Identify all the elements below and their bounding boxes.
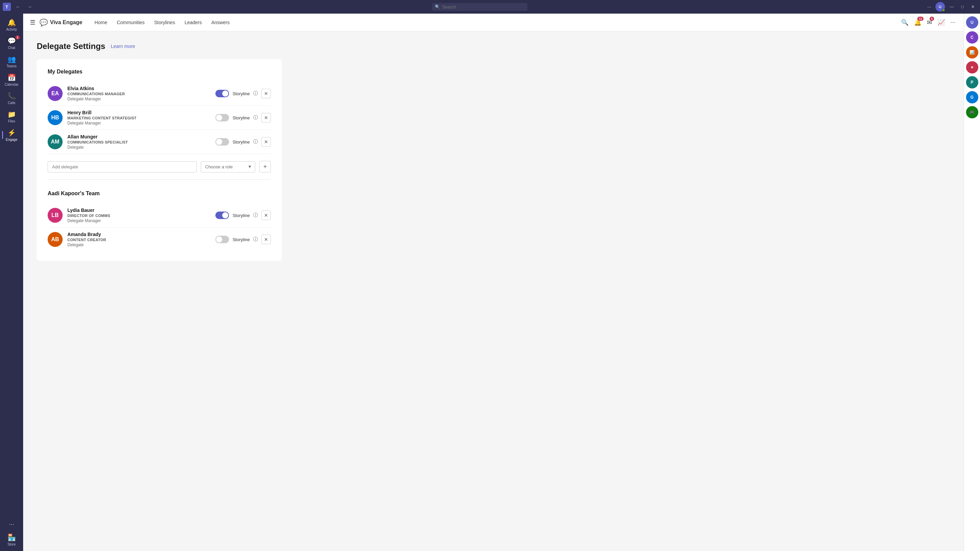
amanda-brady-remove-button[interactable]: ✕	[261, 235, 271, 244]
sidebar-item-chat[interactable]: 💬 Chat 1	[2, 35, 21, 52]
delegate-row: HB Henry Brill MARKETING CONTENT STRATEG…	[48, 106, 271, 130]
lydia-bauer-info: Lydia Bauer DIRECTOR OF COMMS Delegate M…	[67, 208, 215, 223]
lydia-bauer-title: DIRECTOR OF COMMS	[67, 214, 215, 218]
nav-home[interactable]: Home	[91, 18, 111, 27]
right-sidebar-avatar-7[interactable]: 🎮	[966, 106, 978, 118]
forward-button[interactable]: →	[25, 3, 34, 11]
sidebar-label-engage: Engage	[6, 138, 18, 141]
team-section-title: Aadi Kapoor's Team	[48, 191, 271, 197]
sidebar-item-calls[interactable]: 📞 Calls	[2, 90, 21, 107]
calendar-icon: 📅	[8, 73, 16, 82]
amanda-brady-role: Delegate	[67, 243, 215, 247]
amanda-brady-controls: Storyline ⓘ ✕	[215, 235, 271, 244]
elvia-atkins-tag: Storyline	[232, 91, 250, 96]
left-sidebar: 🔔 Activity 💬 Chat 1 👥 Teams 📅 Calendar 📞…	[0, 14, 23, 551]
elvia-atkins-name: Elvia Atkins	[67, 86, 215, 91]
elvia-atkins-toggle[interactable]	[215, 90, 229, 97]
elvia-atkins-info: Elvia Atkins COMMUNICATIONS MANAGER Dele…	[67, 86, 215, 102]
sidebar-item-calendar[interactable]: 📅 Calendar	[2, 71, 21, 89]
sidebar-label-calls: Calls	[8, 101, 15, 105]
allan-munger-toggle[interactable]	[215, 138, 229, 146]
back-button[interactable]: ←	[14, 3, 22, 11]
add-delegate-input[interactable]	[48, 161, 197, 172]
henry-brill-toggle[interactable]	[215, 114, 229, 121]
allan-munger-remove-button[interactable]: ✕	[261, 137, 271, 147]
sidebar-item-files[interactable]: 📁 Files	[2, 108, 21, 125]
nav-leaders[interactable]: Leaders	[180, 18, 206, 27]
sidebar-label-teams: Teams	[6, 64, 16, 68]
amanda-brady-title: CONTENT CREATOR	[67, 238, 215, 242]
elvia-atkins-remove-button[interactable]: ✕	[261, 89, 271, 98]
store-icon: 🏪	[8, 533, 16, 541]
delegate-row: AM Allan Munger COMMUNICATIONS SPECIALIS…	[48, 130, 271, 154]
right-sidebar-avatar-6[interactable]: G	[966, 91, 978, 103]
henry-brill-role: Delegate Manager	[67, 121, 215, 125]
more-icon: ···	[9, 521, 14, 528]
notifications-button[interactable]: 🔔12	[913, 17, 923, 27]
svg-text:T: T	[5, 5, 8, 10]
search-button[interactable]: 🔍	[900, 17, 910, 27]
henry-brill-info-icon[interactable]: ⓘ	[253, 114, 258, 121]
nav-communities[interactable]: Communities	[113, 18, 149, 27]
search-input[interactable]	[432, 3, 527, 11]
lydia-bauer-toggle[interactable]	[215, 211, 229, 219]
app-name: Viva Engage	[50, 19, 82, 25]
delegates-card: My Delegates EA Elvia Atkins COMMUNICATI…	[37, 59, 282, 261]
sidebar-label-activity: Activity	[6, 27, 17, 31]
viva-engage-logo-icon: 💬	[40, 18, 48, 27]
right-sidebar-avatar-5[interactable]: P	[966, 76, 978, 89]
chat-badge: 1	[15, 35, 20, 40]
more-nav-button[interactable]: ···	[949, 17, 957, 27]
amanda-brady-avatar: AB	[48, 232, 63, 247]
allan-munger-name: Allan Munger	[67, 134, 215, 140]
analytics-button[interactable]: 📈	[936, 17, 946, 27]
more-options-button[interactable]: ···	[925, 3, 933, 11]
amanda-brady-toggle[interactable]	[215, 236, 229, 243]
chat-icon: 💬	[8, 37, 16, 45]
sidebar-item-engage[interactable]: ⚡ Engage	[2, 127, 21, 143]
right-sidebar-avatar-1[interactable]: U	[966, 16, 978, 29]
elvia-atkins-title: COMMUNICATIONS MANAGER	[67, 92, 215, 96]
sidebar-label-calendar: Calendar	[5, 83, 19, 86]
amanda-brady-info-icon[interactable]: ⓘ	[253, 237, 258, 243]
henry-brill-controls: Storyline ⓘ ✕	[215, 113, 271, 122]
lydia-bauer-tag: Storyline	[232, 213, 250, 218]
allan-munger-info-icon[interactable]: ⓘ	[253, 139, 258, 145]
right-sidebar-avatar-2[interactable]: C	[966, 31, 978, 43]
amanda-brady-info: Amanda Brady CONTENT CREATOR Delegate	[67, 232, 215, 247]
sidebar-item-more[interactable]: ···	[2, 519, 21, 530]
nav-storylines[interactable]: Storylines	[150, 18, 179, 27]
messages-button[interactable]: ✉5	[926, 17, 933, 27]
lydia-bauer-info-icon[interactable]: ⓘ	[253, 212, 258, 218]
elvia-atkins-avatar: EA	[48, 86, 63, 101]
delegate-row: EA Elvia Atkins COMMUNICATIONS MANAGER D…	[48, 82, 271, 106]
elvia-atkins-info-icon[interactable]: ⓘ	[253, 91, 258, 97]
sidebar-item-store[interactable]: 🏪 Store	[2, 531, 21, 548]
lydia-bauer-role: Delegate Manager	[67, 218, 215, 223]
right-sidebar-avatar-4[interactable]: ♥	[966, 61, 978, 73]
right-sidebar: U C 📊 ♥ P G 🎮	[964, 14, 980, 551]
henry-brill-name: Henry Brill	[67, 110, 215, 115]
right-sidebar-avatar-3[interactable]: 📊	[966, 46, 978, 59]
lydia-bauer-controls: Storyline ⓘ ✕	[215, 211, 271, 220]
sidebar-label-store: Store	[8, 543, 16, 546]
henry-brill-remove-button[interactable]: ✕	[261, 113, 271, 122]
main-content: Delegate Settings Learn more My Delegate…	[23, 31, 964, 551]
sidebar-item-teams[interactable]: 👥 Teams	[2, 53, 21, 70]
maximize-button[interactable]: □	[959, 3, 966, 11]
teams-logo-icon: T	[3, 3, 11, 11]
lydia-bauer-remove-button[interactable]: ✕	[261, 211, 271, 220]
page-title-row: Delegate Settings Learn more	[37, 41, 950, 51]
elvia-atkins-controls: Storyline ⓘ ✕	[215, 89, 271, 98]
sidebar-item-activity[interactable]: 🔔 Activity	[2, 16, 21, 33]
minimize-button[interactable]: —	[947, 3, 956, 11]
sidebar-label-chat: Chat	[8, 46, 15, 50]
learn-more-link[interactable]: Learn more	[111, 43, 135, 49]
hamburger-button[interactable]: ☰	[30, 19, 35, 26]
allan-munger-tag: Storyline	[232, 140, 250, 144]
role-select[interactable]: Choose a role Delegate Manager Delegate	[201, 161, 255, 172]
add-delegate-button[interactable]: +	[259, 161, 271, 172]
close-button[interactable]: ✕	[969, 3, 977, 11]
nav-answers[interactable]: Answers	[207, 18, 234, 27]
user-avatar[interactable]: U	[935, 2, 945, 11]
